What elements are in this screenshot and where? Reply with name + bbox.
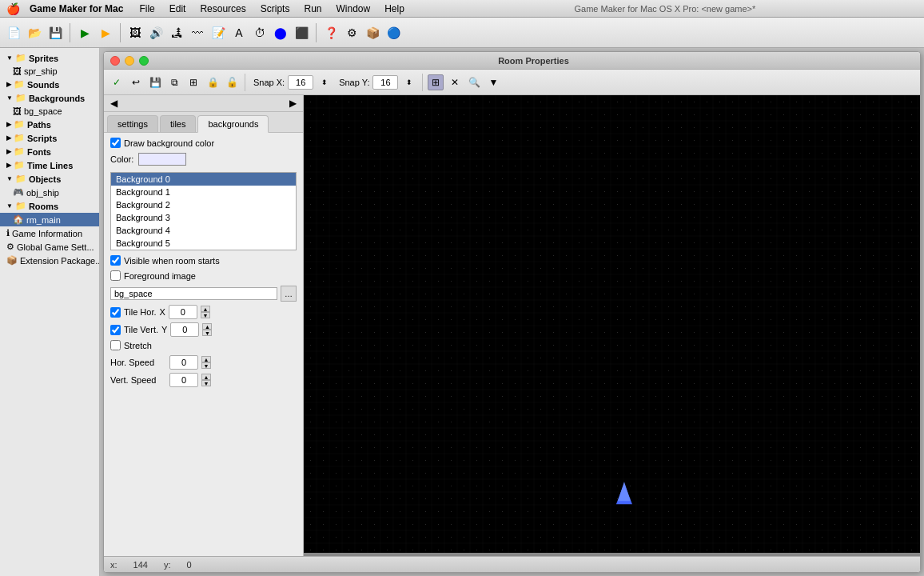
sidebar-item-obj-ship[interactable]: 🎮 obj_ship [0,186,99,199]
help-icon[interactable]: ❓ [322,24,340,42]
bg-list-item-2[interactable]: Background 2 [111,198,296,211]
package-icon[interactable]: 📦 [364,24,381,42]
grid-toggle-icon[interactable]: ⊞ [428,74,444,90]
minimize-button[interactable] [125,56,134,66]
status-y-label: y: [164,560,171,570]
hor-speed-input[interactable] [169,355,198,370]
lock-icon[interactable]: 🔒 [205,74,221,90]
script-icon[interactable]: 📝 [209,24,227,42]
snap-x-input[interactable] [288,75,313,90]
menu-edit[interactable]: Edit [163,2,193,16]
path-icon[interactable]: 〰 [189,24,206,42]
unlock-icon[interactable]: 🔓 [224,74,240,90]
close-button[interactable] [110,56,120,66]
sidebar-item-paths[interactable]: ▶ 📁 Paths [0,118,99,131]
bg-list-item-0[interactable]: Background 0 [111,173,296,186]
tile-hor-down[interactable]: ▼ [201,312,210,318]
background-list[interactable]: Background 0 Background 1 Background 2 B… [110,172,297,250]
save-icon[interactable]: 💾 [46,24,64,42]
save-room-icon[interactable]: 💾 [147,74,163,90]
sidebar-item-rooms[interactable]: ▼ 📁 Rooms [0,199,99,213]
room-canvas-area[interactable] [304,95,920,556]
tab-tiles[interactable]: tiles [160,115,197,132]
zoom-icon[interactable]: 🔍 [466,74,482,90]
sidebar-item-timelines[interactable]: ▶ 📁 Time Lines [0,158,99,172]
color-preview[interactable] [138,153,186,166]
snap-toggle-icon[interactable]: ✕ [447,74,463,90]
checkmark-icon[interactable]: ✓ [109,74,125,90]
menu-window[interactable]: Window [329,2,376,16]
tile-hor-up[interactable]: ▲ [201,306,210,312]
sidebar-item-rm-main[interactable]: 🏠 rm_main [0,213,99,226]
font-icon[interactable]: A [230,24,248,42]
draw-bg-color-checkbox[interactable] [110,138,121,148]
background-icon[interactable]: 🏞 [168,24,185,42]
new-icon[interactable]: 📄 [5,24,22,42]
hor-speed-spin[interactable]: ▲ ▼ [201,356,211,369]
sidebar-item-objects[interactable]: ▼ 📁 Objects [0,172,99,186]
room-icon[interactable]: ⬛ [293,24,310,42]
vert-speed-down[interactable]: ▼ [201,380,211,386]
copy-icon[interactable]: ⧉ [166,74,182,90]
sidebar-item-extensions[interactable]: 📦 Extension Package... [0,254,99,267]
menu-file[interactable]: File [133,2,161,16]
bg-list-item-1[interactable]: Background 1 [111,186,296,198]
stretch-checkbox[interactable] [110,340,121,350]
hor-speed-down[interactable]: ▼ [201,362,211,369]
vert-speed-input[interactable] [169,373,198,387]
undo-icon[interactable]: ↩ [128,74,144,90]
vert-speed-up[interactable]: ▲ [201,374,211,380]
game-info-icon[interactable]: 🔵 [384,24,402,42]
snap-y-input[interactable] [372,75,398,90]
sound-icon[interactable]: 🔊 [147,24,165,42]
bg-list-item-5[interactable]: Background 5 [111,237,296,250]
menu-help[interactable]: Help [378,2,411,16]
sidebar-item-sounds[interactable]: ▶ 📁 Sounds [0,78,99,91]
tile-vert-up[interactable]: ▲ [202,323,212,330]
panel-prev-btn[interactable]: ◀ [107,97,121,110]
foreground-checkbox[interactable] [110,270,121,281]
zoom-dropdown-icon[interactable]: ▼ [485,74,501,90]
object-icon[interactable]: ⬤ [272,24,289,42]
tab-backgrounds[interactable]: backgrounds [197,115,269,133]
bg-list-item-3[interactable]: Background 3 [111,211,296,224]
bg-pick-button[interactable]: … [281,286,297,302]
tile-hor-checkbox[interactable] [110,307,121,318]
tab-settings[interactable]: settings [107,115,158,132]
bg-list-item-4[interactable]: Background 4 [111,224,296,237]
tile-hor-label: Tile Hor. [124,307,157,317]
tile-vert-y-input[interactable] [170,322,199,337]
tile-vert-down[interactable]: ▼ [202,330,212,336]
tile-vert-spin[interactable]: ▲ ▼ [202,323,212,336]
hor-speed-up[interactable]: ▲ [201,356,211,362]
debug-icon[interactable]: ▶ [97,24,114,42]
panel-next-btn[interactable]: ▶ [286,97,300,110]
menu-run[interactable]: Run [297,2,328,16]
maximize-button[interactable] [139,56,149,66]
timeline-icon[interactable]: ⏱ [251,24,269,42]
tile-vert-checkbox[interactable] [110,325,121,335]
tile-hor-x-input[interactable] [169,305,197,319]
run-icon[interactable]: ▶ [76,24,94,42]
sidebar-item-global-settings[interactable]: ⚙ Global Game Sett... [0,240,99,254]
open-icon[interactable]: 📂 [26,24,43,42]
sidebar-item-game-info[interactable]: ℹ Game Information [0,226,99,240]
sidebar-item-backgrounds[interactable]: ▼ 📁 Backgrounds [0,91,99,105]
sprite-icon[interactable]: 🖼 [126,24,144,42]
menu-scripts[interactable]: Scripts [254,2,297,16]
visible-checkbox[interactable] [110,255,121,266]
sidebar-item-scripts[interactable]: ▶ 📁 Scripts [0,131,99,145]
tile-hor-spin[interactable]: ▲ ▼ [201,306,210,318]
menu-resources[interactable]: Resources [193,2,252,16]
config-icon[interactable]: ⚙ [343,24,360,42]
status-x-value: 144 [133,560,148,570]
sidebar-item-bg-space[interactable]: 🖼 bg_space [0,105,99,118]
snap-y-spin[interactable]: ⬍ [401,74,417,90]
sidebar-item-spr-ship[interactable]: 🖼 spr_ship [0,65,99,78]
grid-icon[interactable]: ⊞ [185,74,201,90]
snap-x-spin[interactable]: ⬍ [317,74,333,90]
sidebar-item-fonts[interactable]: ▶ 📁 Fonts [0,145,99,158]
sidebar-item-sprites[interactable]: ▼ 📁 Sprites [0,51,99,65]
apple-menu[interactable]: 🍎 [6,2,20,15]
vert-speed-spin[interactable]: ▲ ▼ [201,374,211,386]
